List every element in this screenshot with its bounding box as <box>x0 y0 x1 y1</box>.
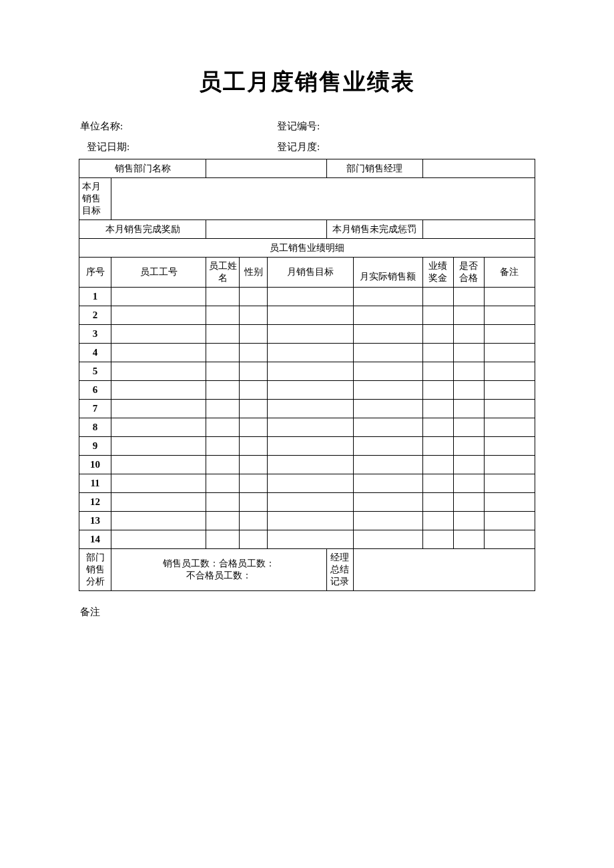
emp-name-cell[interactable] <box>206 344 240 362</box>
remark-cell[interactable] <box>484 306 535 325</box>
month-target-cell[interactable] <box>268 418 354 437</box>
bonus-cell[interactable] <box>422 474 453 493</box>
emp-name-cell[interactable] <box>206 288 240 306</box>
bonus-cell[interactable] <box>422 362 453 381</box>
qualified-cell[interactable] <box>453 306 484 325</box>
month-actual-cell[interactable] <box>353 493 422 512</box>
month-actual-cell[interactable] <box>353 306 422 325</box>
emp-no-cell[interactable] <box>111 418 206 437</box>
emp-name-cell[interactable] <box>206 418 240 437</box>
month-target-cell[interactable] <box>268 437 354 456</box>
month-actual-cell[interactable] <box>353 512 422 530</box>
bonus-cell[interactable] <box>422 306 453 325</box>
month-target-cell[interactable] <box>268 456 354 474</box>
bonus-value[interactable] <box>206 220 327 239</box>
emp-name-cell[interactable] <box>206 493 240 512</box>
gender-cell[interactable] <box>240 456 268 474</box>
month-target-cell[interactable] <box>268 344 354 362</box>
bonus-cell[interactable] <box>422 344 453 362</box>
emp-no-cell[interactable] <box>111 381 206 400</box>
month-actual-cell[interactable] <box>353 418 422 437</box>
emp-no-cell[interactable] <box>111 474 206 493</box>
month-target-cell[interactable] <box>268 474 354 493</box>
qualified-cell[interactable] <box>453 344 484 362</box>
month-actual-cell[interactable] <box>353 456 422 474</box>
month-target-cell[interactable] <box>268 493 354 512</box>
remark-cell[interactable] <box>484 381 535 400</box>
bonus-cell[interactable] <box>422 437 453 456</box>
month-actual-cell[interactable] <box>353 437 422 456</box>
penalty-value[interactable] <box>422 220 535 239</box>
gender-cell[interactable] <box>240 325 268 344</box>
bonus-cell[interactable] <box>422 325 453 344</box>
qualified-cell[interactable] <box>453 530 484 549</box>
dept-name-value[interactable] <box>206 159 327 178</box>
month-actual-cell[interactable] <box>353 400 422 418</box>
emp-name-cell[interactable] <box>206 474 240 493</box>
remark-cell[interactable] <box>484 344 535 362</box>
remark-cell[interactable] <box>484 493 535 512</box>
emp-name-cell[interactable] <box>206 362 240 381</box>
qualified-cell[interactable] <box>453 456 484 474</box>
remark-cell[interactable] <box>484 418 535 437</box>
emp-no-cell[interactable] <box>111 456 206 474</box>
remark-cell[interactable] <box>484 530 535 549</box>
month-actual-cell[interactable] <box>353 344 422 362</box>
gender-cell[interactable] <box>240 400 268 418</box>
month-actual-cell[interactable] <box>353 530 422 549</box>
gender-cell[interactable] <box>240 530 268 549</box>
gender-cell[interactable] <box>240 362 268 381</box>
month-target-cell[interactable] <box>268 530 354 549</box>
bonus-cell[interactable] <box>422 418 453 437</box>
emp-name-cell[interactable] <box>206 381 240 400</box>
emp-no-cell[interactable] <box>111 437 206 456</box>
emp-no-cell[interactable] <box>111 362 206 381</box>
dept-manager-value[interactable] <box>422 159 535 178</box>
emp-name-cell[interactable] <box>206 325 240 344</box>
bonus-cell[interactable] <box>422 493 453 512</box>
remark-cell[interactable] <box>484 456 535 474</box>
month-target-cell[interactable] <box>268 400 354 418</box>
month-target-cell[interactable] <box>268 381 354 400</box>
remark-cell[interactable] <box>484 437 535 456</box>
gender-cell[interactable] <box>240 474 268 493</box>
qualified-cell[interactable] <box>453 493 484 512</box>
bonus-cell[interactable] <box>422 381 453 400</box>
gender-cell[interactable] <box>240 418 268 437</box>
qualified-cell[interactable] <box>453 288 484 306</box>
month-target-cell[interactable] <box>268 512 354 530</box>
qualified-cell[interactable] <box>453 512 484 530</box>
remark-cell[interactable] <box>484 325 535 344</box>
gender-cell[interactable] <box>240 288 268 306</box>
dept-analysis-content[interactable]: 销售员工数：合格员工数： 不合格员工数： <box>111 549 327 591</box>
bonus-cell[interactable] <box>422 530 453 549</box>
qualified-cell[interactable] <box>453 362 484 381</box>
emp-no-cell[interactable] <box>111 530 206 549</box>
gender-cell[interactable] <box>240 512 268 530</box>
gender-cell[interactable] <box>240 437 268 456</box>
emp-no-cell[interactable] <box>111 400 206 418</box>
bonus-cell[interactable] <box>422 400 453 418</box>
emp-name-cell[interactable] <box>206 456 240 474</box>
qualified-cell[interactable] <box>453 437 484 456</box>
emp-no-cell[interactable] <box>111 306 206 325</box>
emp-no-cell[interactable] <box>111 325 206 344</box>
remark-cell[interactable] <box>484 512 535 530</box>
qualified-cell[interactable] <box>453 474 484 493</box>
month-actual-cell[interactable] <box>353 288 422 306</box>
manager-summary-content[interactable] <box>353 549 535 591</box>
qualified-cell[interactable] <box>453 400 484 418</box>
month-actual-cell[interactable] <box>353 381 422 400</box>
emp-name-cell[interactable] <box>206 512 240 530</box>
emp-no-cell[interactable] <box>111 493 206 512</box>
month-target-cell[interactable] <box>268 288 354 306</box>
gender-cell[interactable] <box>240 493 268 512</box>
bonus-cell[interactable] <box>422 512 453 530</box>
month-actual-cell[interactable] <box>353 362 422 381</box>
emp-no-cell[interactable] <box>111 288 206 306</box>
month-actual-cell[interactable] <box>353 325 422 344</box>
gender-cell[interactable] <box>240 381 268 400</box>
qualified-cell[interactable] <box>453 325 484 344</box>
emp-name-cell[interactable] <box>206 530 240 549</box>
emp-no-cell[interactable] <box>111 344 206 362</box>
